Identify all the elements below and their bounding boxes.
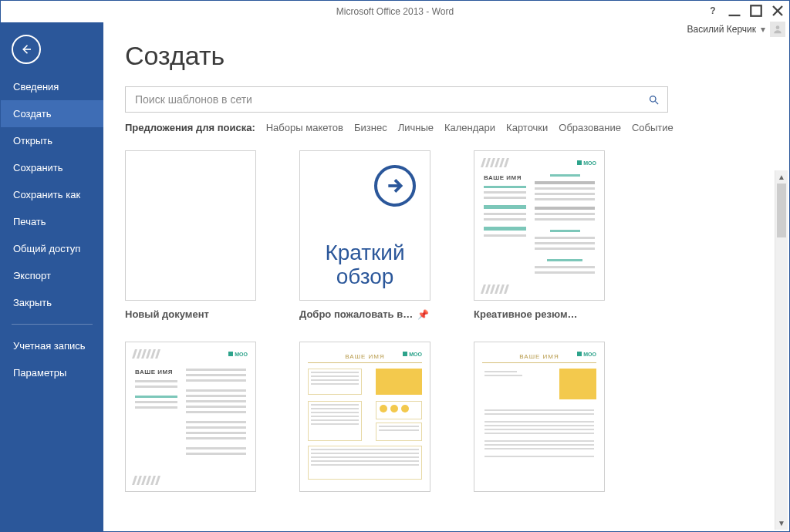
search-input[interactable]	[126, 93, 640, 106]
avatar	[770, 22, 785, 37]
search-icon	[648, 94, 660, 106]
suggestion-link[interactable]: Карточки	[506, 122, 548, 133]
template-thumbnail: Краткий обзор	[299, 150, 430, 301]
template-creative-resume[interactable]: MOO ВАШЕ ИМЯ	[474, 150, 636, 320]
template-gallery: Новый документ Краткий обзор	[103, 147, 789, 507]
back-button[interactable]	[12, 35, 41, 64]
scroll-up-button[interactable]: ▲	[775, 170, 788, 184]
suggestion-link[interactable]: Бизнес	[354, 122, 387, 133]
title-bar: Microsoft Office 2013 - Word ?	[1, 1, 789, 22]
sidebar-separator	[12, 324, 93, 325]
search-button[interactable]	[640, 87, 667, 112]
sidebar-item-export[interactable]: Экспорт	[1, 262, 103, 289]
suggestion-link[interactable]: Событие	[632, 122, 674, 133]
template-resume-cover[interactable]: MOO ВАШЕ ИМЯ	[125, 342, 287, 500]
sidebar-item-new[interactable]: Создать	[1, 100, 103, 127]
template-blank-document[interactable]: Новый документ	[125, 150, 287, 320]
sidebar-item-share[interactable]: Общий доступ	[1, 235, 103, 262]
suggestion-link[interactable]: Наборы макетов	[266, 122, 343, 133]
help-icon[interactable]: ?	[706, 4, 720, 18]
sidebar-item-account[interactable]: Учетная запись	[1, 332, 103, 359]
sidebar-item-info[interactable]: Сведения	[1, 73, 103, 100]
suggestion-link[interactable]: Календари	[444, 122, 495, 133]
scroll-thumb[interactable]	[777, 184, 786, 237]
scroll-track[interactable]	[775, 184, 788, 517]
sidebar-item-saveas[interactable]: Сохранить как	[1, 181, 103, 208]
scroll-down-button[interactable]: ▼	[775, 517, 788, 530]
template-thumbnail: MOO ВАШЕ ИМЯ	[299, 342, 430, 492]
template-label: Добро пожаловать в… 📌	[299, 308, 430, 320]
template-welcome-tour[interactable]: Краткий обзор Добро пожаловать в… 📌	[299, 150, 461, 320]
account-menu[interactable]: Василий Керчик ▾	[687, 22, 785, 37]
maximize-button[interactable]	[749, 4, 763, 18]
sidebar-item-save[interactable]: Сохранить	[1, 154, 103, 181]
template-resume-yellow-1[interactable]: MOO ВАШЕ ИМЯ	[299, 342, 461, 500]
template-thumbnail: MOO ВАШЕ ИМЯ	[474, 342, 605, 492]
main-panel: Создать Предложения для поиска: Наборы м…	[103, 22, 789, 531]
account-name: Василий Керчик	[687, 24, 756, 35]
sidebar-item-open[interactable]: Открыть	[1, 127, 103, 154]
app-window: Microsoft Office 2013 - Word ? Василий К…	[0, 0, 790, 532]
suggestions-label: Предложения для поиска:	[125, 122, 255, 133]
sidebar: Сведения Создать Открыть Сохранить Сохра…	[1, 22, 103, 531]
tour-caption: Краткий обзор	[300, 241, 430, 289]
template-label: Новый документ	[125, 308, 256, 320]
svg-rect-1	[751, 5, 761, 16]
minimize-button[interactable]	[728, 4, 741, 18]
sidebar-item-print[interactable]: Печать	[1, 208, 103, 235]
close-button[interactable]	[771, 4, 785, 18]
sidebar-item-close[interactable]: Закрыть	[1, 289, 103, 316]
body: Сведения Создать Открыть Сохранить Сохра…	[1, 22, 789, 531]
template-gallery-viewport: Новый документ Краткий обзор	[103, 147, 789, 531]
template-search	[125, 86, 668, 113]
vertical-scrollbar[interactable]: ▲ ▼	[775, 170, 788, 530]
template-label: Креативное резюм…	[474, 308, 605, 320]
pin-icon[interactable]: 📌	[417, 309, 429, 320]
arrow-right-icon	[374, 165, 416, 207]
suggestion-link[interactable]: Личные	[398, 122, 434, 133]
template-thumbnail: MOO ВАШЕ ИМЯ	[474, 150, 605, 301]
window-controls: ?	[706, 4, 785, 18]
svg-line-7	[655, 101, 658, 104]
template-resume-yellow-2[interactable]: MOO ВАШЕ ИМЯ	[474, 342, 636, 500]
suggestion-link[interactable]: Образование	[559, 122, 621, 133]
search-suggestions: Предложения для поиска: Наборы макетов Б…	[125, 122, 768, 133]
svg-point-6	[650, 96, 656, 102]
template-thumbnail	[125, 150, 256, 301]
chevron-down-icon: ▾	[761, 24, 765, 35]
window-title: Microsoft Office 2013 - Word	[1, 6, 789, 17]
svg-point-4	[776, 25, 780, 29]
sidebar-item-options[interactable]: Параметры	[1, 359, 103, 386]
page-title: Создать	[125, 41, 789, 71]
template-thumbnail: MOO ВАШЕ ИМЯ	[125, 342, 256, 492]
